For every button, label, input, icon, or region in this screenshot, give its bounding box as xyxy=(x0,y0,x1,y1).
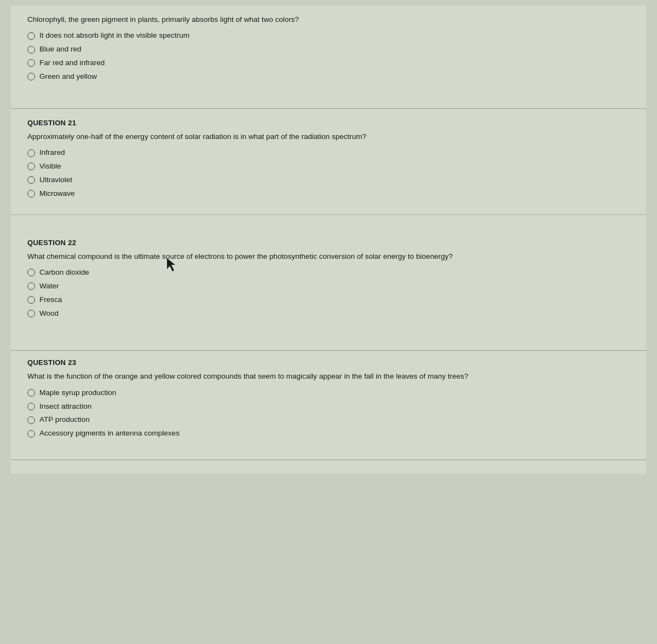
radio-23-d[interactable] xyxy=(27,430,35,438)
question-21-label: QUESTION 21 xyxy=(27,119,630,127)
question-block-22: QUESTION 22 What chemical compound is th… xyxy=(11,231,646,334)
option-intro-c[interactable]: Far red and infrared xyxy=(27,58,630,68)
option-22-b[interactable]: Water xyxy=(27,281,630,292)
answer-label-22-a: Carbon dioxide xyxy=(39,268,89,278)
question-23-label: QUESTION 23 xyxy=(27,358,630,367)
option-intro-d[interactable]: Green and yellow xyxy=(27,72,630,82)
question-23-text: What is the function of the orange and y… xyxy=(27,371,630,382)
answer-label-intro-d: Green and yellow xyxy=(39,72,97,82)
answer-label-22-c: Fresca xyxy=(39,295,62,305)
question-22-text: What chemical compound is the ultimate s… xyxy=(27,251,630,262)
spacer-22-23 xyxy=(11,334,646,350)
option-21-d[interactable]: Microwave xyxy=(27,189,630,199)
bottom-border xyxy=(11,460,646,468)
intro-question-text: Chlorophyll, the green pigment in plants… xyxy=(27,14,630,25)
question-block-21: QUESTION 21 Approximately one-half of th… xyxy=(11,108,646,214)
page-container: Chlorophyll, the green pigment in plants… xyxy=(11,5,646,474)
option-23-c[interactable]: ATP production xyxy=(27,415,630,425)
option-intro-a[interactable]: It does not absorb light in the visible … xyxy=(27,31,630,41)
answer-label-23-a: Maple syrup production xyxy=(39,388,116,398)
answer-label-intro-c: Far red and infrared xyxy=(39,58,105,68)
radio-intro-a[interactable] xyxy=(27,32,35,40)
answer-label-21-a: Infrared xyxy=(39,148,65,158)
answer-label-22-d: Wood xyxy=(39,309,59,319)
option-22-a[interactable]: Carbon dioxide xyxy=(27,268,630,278)
radio-23-a[interactable] xyxy=(27,389,35,397)
radio-intro-c[interactable] xyxy=(27,59,35,67)
radio-22-c[interactable] xyxy=(27,296,35,304)
radio-21-a[interactable] xyxy=(27,149,35,157)
radio-23-b[interactable] xyxy=(27,403,35,410)
option-21-a[interactable]: Infrared xyxy=(27,148,630,158)
answer-label-intro-b: Blue and red xyxy=(39,44,82,55)
option-21-b[interactable]: Visible xyxy=(27,161,630,172)
answer-label-22-b: Water xyxy=(39,281,59,292)
answer-label-21-b: Visible xyxy=(39,161,61,172)
answer-label-21-d: Microwave xyxy=(39,189,75,199)
radio-intro-b[interactable] xyxy=(27,46,35,54)
radio-intro-d[interactable] xyxy=(27,73,35,80)
radio-21-d[interactable] xyxy=(27,190,35,198)
option-23-d[interactable]: Accessory pigments in antenna complexes xyxy=(27,428,630,439)
question-block-23: QUESTION 23 What is the function of the … xyxy=(11,350,646,454)
option-21-c[interactable]: Ultraviolet xyxy=(27,175,630,185)
question-22-label: QUESTION 22 xyxy=(27,239,630,247)
option-23-b[interactable]: Insect attraction xyxy=(27,402,630,412)
answer-label-21-c: Ultraviolet xyxy=(39,175,72,185)
question-block-intro: Chlorophyll, the green pigment in plants… xyxy=(11,11,646,97)
radio-22-d[interactable] xyxy=(27,310,35,317)
answer-label-23-d: Accessory pigments in antenna complexes xyxy=(39,428,180,439)
radio-23-c[interactable] xyxy=(27,416,35,424)
option-22-d[interactable]: Wood xyxy=(27,309,630,319)
radio-21-c[interactable] xyxy=(27,176,35,184)
option-intro-b[interactable]: Blue and red xyxy=(27,44,630,55)
radio-22-b[interactable] xyxy=(27,282,35,290)
answer-label-23-c: ATP production xyxy=(39,415,90,425)
radio-22-a[interactable] xyxy=(27,269,35,276)
answer-label-intro-a: It does not absorb light in the visible … xyxy=(39,31,189,41)
question-21-text: Approximately one-half of the energy con… xyxy=(27,131,630,142)
option-22-c[interactable]: Fresca xyxy=(27,295,630,305)
divider-area xyxy=(11,214,646,231)
radio-21-b[interactable] xyxy=(27,163,35,170)
option-23-a[interactable]: Maple syrup production xyxy=(27,388,630,398)
answer-label-23-b: Insect attraction xyxy=(39,402,91,412)
